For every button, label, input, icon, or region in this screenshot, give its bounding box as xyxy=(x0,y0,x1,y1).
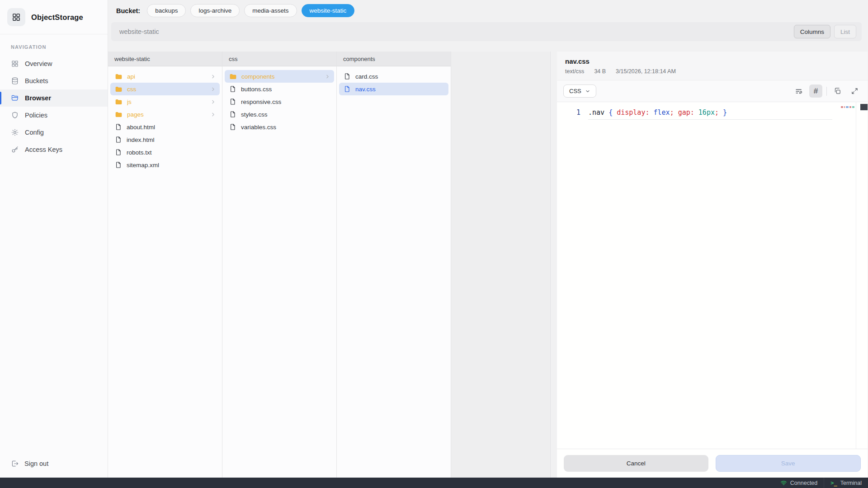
folder-icon xyxy=(115,73,123,80)
language-select[interactable]: CSS xyxy=(563,84,596,98)
shield-icon xyxy=(11,111,19,119)
sidebar-item-label: Buckets xyxy=(25,77,48,84)
bucket-chip-website-static[interactable]: website-static xyxy=(302,4,355,17)
sidebar-item-policies[interactable]: Policies xyxy=(0,107,108,124)
hash-icon: # xyxy=(814,87,818,96)
sidebar-item-label: Browser xyxy=(25,94,51,102)
entry-styles-css[interactable]: styles.css xyxy=(225,108,334,121)
entry-name: components xyxy=(241,73,320,80)
minimap-mark xyxy=(846,106,849,108)
folder-icon xyxy=(229,73,237,80)
sign-out-button[interactable]: Sign out xyxy=(0,450,108,478)
editor-scrollbar-thumb[interactable] xyxy=(860,104,868,110)
sidebar-item-access-keys[interactable]: Access Keys xyxy=(0,141,108,158)
folder-open-icon xyxy=(11,94,19,102)
view-columns-button[interactable]: Columns xyxy=(794,25,830,38)
column-css: csscomponentsbuttons.cssresponsive.cssst… xyxy=(222,52,337,478)
sidebar-item-buckets[interactable]: Buckets xyxy=(0,72,108,89)
entry-name: sitemap.xml xyxy=(127,162,216,169)
current-bucket-title: website-static xyxy=(119,28,794,35)
cancel-button[interactable]: Cancel xyxy=(564,455,708,472)
folder-icon xyxy=(115,111,123,118)
sidebar-item-config[interactable]: Config xyxy=(0,124,108,141)
minimap xyxy=(841,106,854,108)
wifi-icon xyxy=(780,479,787,486)
entry-pages[interactable]: pages xyxy=(110,108,220,121)
entry-robots-txt[interactable]: robots.txt xyxy=(110,146,220,159)
code-editor[interactable]: 1 .nav { display: flex; gap: 16px; } xyxy=(557,102,868,449)
sidebar-item-overview[interactable]: Overview xyxy=(0,55,108,72)
gear-icon xyxy=(11,128,19,136)
sidebar-nav: OverviewBucketsBrowserPoliciesConfigAcce… xyxy=(0,55,108,158)
app-window: ObjectStorage NAVIGATION OverviewBuckets… xyxy=(0,0,868,478)
sidebar-item-browser[interactable]: Browser xyxy=(0,89,108,107)
chevron-right-icon xyxy=(210,86,216,92)
chevron-right-icon xyxy=(325,74,330,80)
minimap-mark xyxy=(849,106,851,108)
column-website-static: website-staticapicssjspagesabout.htmlind… xyxy=(108,52,222,478)
detail-meta-row: text/css 34 B 3/15/2026, 12:18:14 AM xyxy=(565,68,859,75)
sign-out-label: Sign out xyxy=(24,460,48,467)
grid-icon xyxy=(11,60,19,68)
entry-css[interactable]: css xyxy=(110,83,220,95)
entry-buttons-css[interactable]: buttons.css xyxy=(225,83,334,95)
copy-icon[interactable] xyxy=(831,84,844,98)
line-numbers-toggle[interactable]: # xyxy=(809,84,822,98)
entry-index-html[interactable]: index.html xyxy=(110,133,220,146)
word-wrap-icon[interactable] xyxy=(792,84,805,98)
code-token-value: flex xyxy=(654,108,670,117)
entry-name: variables.css xyxy=(241,124,330,131)
line-number: 1 xyxy=(557,107,580,120)
entry-name: css xyxy=(127,86,206,93)
view-list-button[interactable]: List xyxy=(834,25,856,38)
language-select-value: CSS xyxy=(569,88,581,94)
entry-api[interactable]: api xyxy=(110,70,220,83)
folder-icon xyxy=(115,98,123,106)
expand-icon[interactable] xyxy=(848,84,861,98)
save-button[interactable]: Save xyxy=(716,455,861,472)
entry-name: buttons.css xyxy=(241,86,330,93)
entry-nav-css[interactable]: nav.css xyxy=(339,83,448,95)
file-icon xyxy=(344,73,351,80)
folder-icon xyxy=(115,85,123,93)
terminal-icon: >_ xyxy=(830,480,837,486)
file-icon xyxy=(115,136,122,143)
entry-name: card.css xyxy=(355,73,445,80)
bucket-chip-list: backupslogs-archivemedia-assetswebsite-s… xyxy=(147,4,354,17)
entry-name: js xyxy=(127,99,206,105)
file-icon xyxy=(344,85,351,93)
terminal-button[interactable]: >_ Terminal xyxy=(824,478,868,488)
sidebar: ObjectStorage NAVIGATION OverviewBuckets… xyxy=(0,0,108,478)
editor-toolbar: CSS # xyxy=(557,80,868,102)
content-area: website-staticapicssjspagesabout.htmlind… xyxy=(108,52,868,478)
app-logo-row: ObjectStorage xyxy=(0,0,108,34)
column-header: website-static xyxy=(108,52,222,66)
entry-name: responsive.css xyxy=(241,99,330,105)
entry-variables-css[interactable]: variables.css xyxy=(225,121,334,133)
bucket-chip-logs-archive[interactable]: logs-archive xyxy=(190,4,240,17)
file-icon xyxy=(115,149,122,156)
entry-card-css[interactable]: card.css xyxy=(339,70,448,83)
object-detail-panel: nav.css text/css 34 B 3/15/2026, 12:18:1… xyxy=(557,52,868,478)
entry-responsive-css[interactable]: responsive.css xyxy=(225,95,334,108)
column-body: componentsbuttons.cssresponsive.cssstyle… xyxy=(222,66,336,137)
entry-name: robots.txt xyxy=(127,149,216,156)
database-icon xyxy=(11,77,19,85)
bucket-chip-backups[interactable]: backups xyxy=(147,4,186,17)
bucket-chip-media-assets[interactable]: media-assets xyxy=(244,4,297,17)
app-logo-icon xyxy=(7,8,25,26)
sidebar-item-label: Config xyxy=(25,129,44,136)
status-bar: Connected >_ Terminal xyxy=(0,478,868,488)
column-body: card.cssnav.css xyxy=(337,66,451,99)
entry-sitemap-xml[interactable]: sitemap.xml xyxy=(110,159,220,171)
detail-file-name: nav.css xyxy=(565,57,859,65)
column-body: apicssjspagesabout.htmlindex.htmlrobots.… xyxy=(108,66,222,175)
minimap-mark xyxy=(852,106,854,108)
entry-js[interactable]: js xyxy=(110,95,220,108)
key-icon xyxy=(11,145,19,154)
file-icon xyxy=(115,123,122,131)
entry-name: nav.css xyxy=(355,86,445,93)
entry-components[interactable]: components xyxy=(225,70,334,83)
empty-column-area xyxy=(451,52,550,478)
entry-about-html[interactable]: about.html xyxy=(110,121,220,133)
